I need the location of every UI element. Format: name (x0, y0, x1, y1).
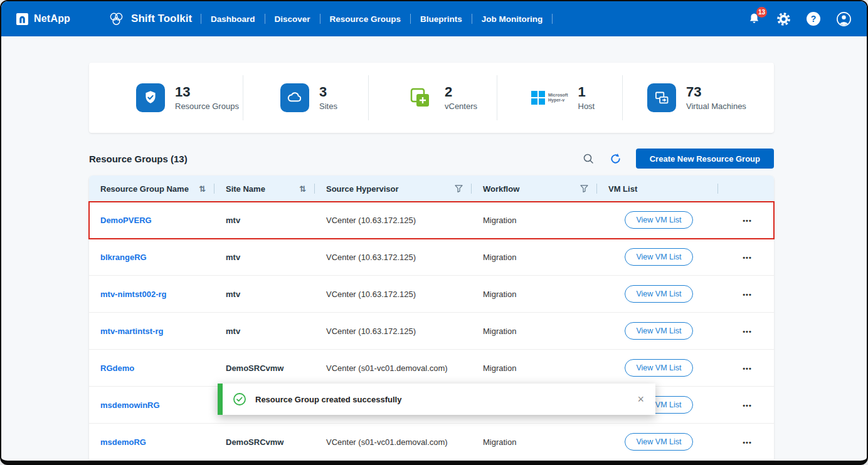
row-actions-button[interactable]: ••• (743, 439, 752, 446)
actions-cell: ••• (718, 400, 774, 410)
help-icon[interactable]: ? (807, 12, 820, 26)
nav-blueprints[interactable]: Blueprints (411, 14, 472, 24)
divider (552, 14, 553, 24)
row-actions-button[interactable]: ••• (743, 291, 752, 298)
column-workflow[interactable]: Workflow (472, 175, 597, 202)
settings-gear-icon[interactable] (776, 12, 791, 26)
resource-groups-table: Resource Group Name ⇅ Site Name ⇅ Source… (89, 175, 774, 461)
row-actions-button[interactable]: ••• (743, 328, 752, 335)
source-hypervisor-cell: VCenter (10.63.172.125) (315, 327, 472, 336)
view-vm-list-button[interactable]: View VM List (625, 322, 692, 340)
column-label: Workflow (483, 184, 519, 194)
stat-label: Resource Groups (175, 102, 239, 111)
column-source-hypervisor[interactable]: Source Hypervisor (315, 175, 472, 202)
view-vm-list-button[interactable]: View VM List (625, 433, 692, 451)
workflow-cell: Migration (472, 327, 597, 336)
site-name-cell: DemoSRCvmw (214, 437, 315, 447)
check-circle-icon (233, 392, 246, 406)
column-actions (718, 175, 774, 202)
stat-resource-groups: 13 Resource Groups (89, 63, 243, 133)
stat-value: 3 (319, 85, 337, 99)
search-button[interactable] (581, 152, 595, 165)
resource-group-name-cell: mtv-nimtst002-rg (89, 290, 214, 299)
sort-icon[interactable]: ⇅ (199, 184, 206, 194)
site-name-cell: mtv (214, 327, 315, 336)
vm-list-cell: View VM List (597, 359, 718, 377)
actions-cell: ••• (718, 437, 774, 447)
main-nav: Dashboard Discover Resource Groups Bluep… (201, 1, 553, 36)
row-actions-button[interactable]: ••• (743, 402, 752, 409)
row-actions-button[interactable]: ••• (743, 254, 752, 261)
site-name-cell: mtv (214, 253, 315, 262)
toast-close-button[interactable]: × (637, 394, 644, 405)
table-row: RGdemo DemoSRCvmw VCenter (s01-vc01.demo… (89, 350, 774, 387)
actions-cell: ••• (718, 327, 774, 336)
actions-cell: ••• (718, 216, 774, 225)
vcenter-squares-icon (406, 83, 435, 112)
stat-vcenters: 2 vCenters (368, 63, 497, 133)
row-actions-button[interactable]: ••• (743, 365, 752, 372)
stat-value: 2 (445, 85, 477, 99)
top-actions: 13 ? (748, 11, 852, 27)
stat-sites: 3 Sites (243, 63, 368, 133)
table-header-row: Resource Group Name ⇅ Site Name ⇅ Source… (89, 175, 774, 202)
resource-group-link[interactable]: msdemowinRG (100, 400, 160, 410)
actions-cell: ••• (718, 253, 774, 262)
resource-group-name-cell: msdemowinRG (89, 400, 214, 410)
resource-group-name-cell: DemoPVERG (89, 216, 214, 225)
app-title: Shift Toolkit (131, 13, 192, 25)
toast-message: Resource Group created successfully (255, 395, 401, 404)
source-hypervisor-cell: VCenter (10.63.172.125) (315, 253, 472, 262)
stat-label: Sites (319, 102, 337, 111)
workflow-cell: Migration (472, 437, 597, 447)
column-label: Source Hypervisor (326, 184, 399, 194)
resource-group-link[interactable]: mtv-martintst-rg (100, 327, 163, 336)
resource-group-link[interactable]: RGdemo (100, 363, 134, 373)
workflow-cell: Migration (472, 253, 597, 262)
table-row: msdemoRG DemoSRCvmw VCenter (s01-vc01.de… (89, 424, 774, 461)
column-site-name[interactable]: Site Name ⇅ (214, 175, 315, 202)
resource-groups-table-body: DemoPVERG mtv VCenter (10.63.172.125) Mi… (89, 202, 774, 461)
nav-discover[interactable]: Discover (265, 14, 320, 24)
account-icon[interactable] (836, 11, 852, 27)
section-title: Resource Groups (13) (89, 154, 188, 164)
resource-group-link[interactable]: blkrangeRG (100, 253, 147, 262)
column-resource-group-name[interactable]: Resource Group Name ⇅ (89, 175, 214, 202)
resource-group-name-cell: blkrangeRG (89, 253, 214, 262)
notifications-bell-icon[interactable]: 13 (748, 12, 761, 26)
create-resource-group-button[interactable]: Create New Resource Group (636, 149, 774, 169)
sort-icon[interactable]: ⇅ (299, 184, 306, 194)
nav-resource-groups[interactable]: Resource Groups (320, 14, 410, 24)
filter-icon[interactable] (455, 185, 463, 192)
resource-group-link[interactable]: mtv-nimtst002-rg (100, 290, 166, 299)
stat-value: 1 (578, 85, 595, 99)
shield-check-icon (136, 83, 165, 112)
summary-stats-card: 13 Resource Groups 3 Sites 2 vCenters (89, 63, 774, 133)
refresh-button[interactable] (608, 152, 623, 166)
app-title-group: Shift Toolkit (108, 11, 192, 28)
stat-virtual-machines: 73 Virtual Machines (622, 63, 774, 133)
resource-group-link[interactable]: DemoPVERG (100, 216, 152, 225)
resource-group-link[interactable]: msdemoRG (100, 437, 146, 447)
stat-label: Virtual Machines (686, 102, 746, 111)
filter-icon[interactable] (580, 185, 588, 192)
view-vm-list-button[interactable]: View VM List (625, 248, 692, 266)
row-actions-button[interactable]: ••• (743, 217, 752, 224)
source-hypervisor-cell: VCenter (10.63.172.125) (315, 290, 472, 299)
column-vm-list[interactable]: VM List (597, 175, 718, 202)
vm-list-cell: View VM List (597, 433, 718, 451)
netapp-brand: NetApp (16, 13, 70, 25)
view-vm-list-button[interactable]: View VM List (625, 359, 692, 377)
view-vm-list-button[interactable]: View VM List (625, 285, 692, 303)
brand-name: NetApp (34, 13, 70, 24)
actions-cell: ••• (718, 290, 774, 299)
nav-job-monitoring[interactable]: Job Monitoring (472, 14, 552, 24)
vm-list-cell: View VM List (597, 285, 718, 303)
toast-accent-bar (218, 384, 223, 415)
hyperv-logo-icon: Microsoft Hyper-v (531, 91, 568, 105)
view-vm-list-button[interactable]: View VM List (625, 211, 692, 229)
actions-cell: ••• (718, 363, 774, 373)
column-label: Resource Group Name (100, 184, 189, 194)
nav-dashboard[interactable]: Dashboard (201, 14, 265, 24)
virtual-machine-icon (647, 83, 676, 112)
